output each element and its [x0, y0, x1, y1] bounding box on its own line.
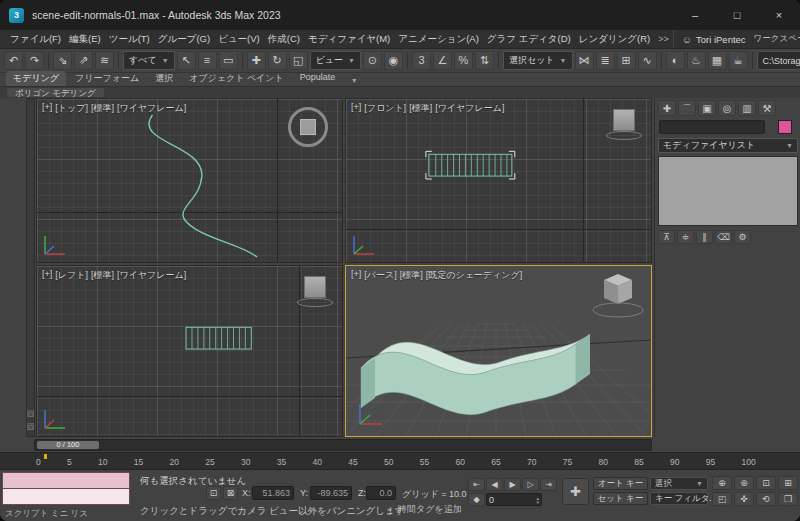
add-time-tag[interactable]: 時間タグを追加	[398, 503, 462, 516]
ribbon-collapse-icon[interactable]: ▾	[348, 75, 360, 86]
polygon-modeling-panel[interactable]: ポリゴン モデリング	[6, 87, 105, 98]
viewport-label-part[interactable]: [レフト]	[55, 269, 88, 282]
configure-modifier-sets-icon[interactable]: ⚙	[734, 230, 751, 244]
select-and-manipulate-icon[interactable]: ◉	[384, 51, 403, 70]
x-coordinate-field[interactable]: 51.863	[252, 486, 294, 500]
zoom-extents-all-icon[interactable]: ⊞	[778, 476, 798, 490]
y-coordinate-field[interactable]: -89.635	[310, 486, 352, 500]
redo-icon[interactable]: ↷	[25, 51, 44, 70]
use-pivot-center-icon[interactable]: ⊙	[363, 51, 382, 70]
viewcube[interactable]	[288, 107, 328, 147]
viewport-label-part[interactable]: [ワイヤフレーム]	[117, 102, 186, 115]
auto-key-button[interactable]: オート キー	[593, 477, 648, 490]
curve-editor-icon[interactable]: ∿	[638, 51, 657, 70]
utilities-tab-icon[interactable]: ⚒	[758, 100, 776, 116]
go-to-start-icon[interactable]: ⇤	[468, 478, 485, 491]
viewport-left[interactable]: [+][レフト][標準][ワイヤフレーム]	[36, 265, 343, 437]
bind-to-space-warp-icon[interactable]: ≋	[95, 51, 114, 70]
zoom-extents-icon[interactable]: ⊡	[756, 476, 776, 490]
render-setup-icon[interactable]: ♨	[687, 51, 706, 70]
layer-manager-icon[interactable]: ⊞	[617, 51, 636, 70]
select-and-link-icon[interactable]: ⇘	[53, 51, 72, 70]
ribbon-tab-populate[interactable]: Populate	[293, 71, 343, 86]
viewport-label-part[interactable]: [パース]	[364, 269, 396, 282]
create-tab-icon[interactable]: ✚	[658, 100, 676, 116]
make-unique-icon[interactable]: ∥	[696, 230, 713, 244]
object-color-swatch[interactable]	[778, 120, 792, 134]
spinner-down-icon[interactable]: ▾	[536, 500, 539, 504]
modifier-list-dropdown[interactable]: モディファイヤリスト ▼	[658, 138, 798, 153]
close-button[interactable]: ×	[758, 0, 800, 30]
spinner-snap-icon[interactable]: ⇅	[475, 51, 494, 70]
viewport-label-part[interactable]: [フロント]	[364, 102, 406, 115]
viewport-label-part[interactable]: [+]	[42, 102, 52, 115]
viewport-label-part[interactable]: [標準]	[400, 269, 423, 282]
viewport-label-part[interactable]: [標準]	[91, 269, 114, 282]
time-slider-handle[interactable]: 0 / 100	[37, 441, 99, 449]
zoom-region-icon[interactable]: ◰	[712, 492, 732, 506]
ribbon-tab-modeling[interactable]: モデリング	[6, 71, 66, 86]
menu-item[interactable]: グラフ エディタ(D)	[483, 33, 575, 46]
motion-tab-icon[interactable]: ◎	[718, 100, 736, 116]
select-and-scale-icon[interactable]: ◱	[289, 51, 308, 70]
maximize-viewport-icon[interactable]: ❒	[778, 492, 798, 506]
viewport-top[interactable]: [+][トップ][標準][ワイヤフレーム]	[36, 98, 343, 263]
viewport-label-part[interactable]: [+]	[42, 269, 52, 282]
select-and-move-icon[interactable]: ✚	[247, 51, 266, 70]
select-object-icon[interactable]: ↖	[177, 51, 196, 70]
signin-user[interactable]: ☺ Tori iPentec	[673, 30, 754, 48]
angle-snap-icon[interactable]: ∠	[433, 51, 452, 70]
render-icon[interactable]: ☕	[729, 51, 748, 70]
previous-frame-icon[interactable]: ◀	[486, 478, 503, 491]
ribbon-tab-object-paint[interactable]: オブジェクト ペイント	[182, 71, 291, 86]
selection-filter-dropdown[interactable]: すべて ▼	[123, 51, 175, 70]
rectangular-region-icon[interactable]: ▭	[219, 51, 238, 70]
set-keys-button[interactable]: ✚	[562, 478, 589, 505]
z-coordinate-field[interactable]: 0.0	[366, 486, 396, 500]
app-icon[interactable]: 3	[9, 8, 24, 23]
viewport-layout-tab1-icon[interactable]: ▢	[27, 410, 34, 417]
viewport-perspective-active[interactable]: [+][パース][標準][既定のシェーディング]	[345, 265, 652, 437]
play-icon[interactable]: ▶	[504, 478, 521, 491]
menu-item[interactable]: モディファイヤ(M)	[304, 33, 394, 46]
pan-icon[interactable]: ✜	[734, 492, 754, 506]
unlink-selection-icon[interactable]: ⇗	[74, 51, 93, 70]
object-name-field[interactable]	[659, 120, 765, 134]
snap-toggle-3d-icon[interactable]: 3	[412, 51, 431, 70]
viewport-label-part[interactable]: [標準]	[409, 102, 432, 115]
key-selection-dropdown[interactable]: 選択 ▼	[650, 477, 708, 490]
viewport-label-part[interactable]: [標準]	[91, 102, 114, 115]
select-and-rotate-icon[interactable]: ↻	[268, 51, 287, 70]
go-to-end-icon[interactable]: ⇥	[540, 478, 557, 491]
viewport-label-part[interactable]: [+]	[351, 102, 361, 115]
viewport-label-part[interactable]: [ワイヤフレーム]	[435, 102, 504, 115]
zoom-icon[interactable]: ⊕	[712, 476, 732, 490]
macro-recorder-field[interactable]	[2, 472, 130, 489]
maximize-button[interactable]: □	[716, 0, 758, 30]
isolate-selection-icon[interactable]: ⊡	[206, 486, 221, 500]
viewport-layout-tab2-icon[interactable]: ▢	[27, 423, 34, 430]
remove-modifier-icon[interactable]: ⌫	[715, 230, 732, 244]
key-filters-button[interactable]: キー フィルタ...	[650, 492, 708, 505]
pin-stack-icon[interactable]: ⊼	[658, 230, 675, 244]
viewcube[interactable]	[613, 109, 635, 131]
ribbon-tab-freeform[interactable]: フリーフォーム	[68, 71, 146, 86]
show-end-result-icon[interactable]: ≑	[677, 230, 694, 244]
viewport-front[interactable]: [+][フロント][標準][ワイヤフレーム]	[345, 98, 652, 263]
orbit-icon[interactable]: ⟲	[756, 492, 776, 506]
time-slider-track[interactable]: 0 / 100	[34, 439, 652, 451]
menu-overflow-icon[interactable]: >>	[654, 34, 673, 44]
key-mode-toggle-icon[interactable]: ◆	[468, 493, 485, 506]
minimize-button[interactable]: –	[674, 0, 716, 30]
menu-item[interactable]: ファイル(F)	[6, 33, 65, 46]
reference-coordinate-dropdown[interactable]: ビュー ▼	[310, 51, 361, 70]
menu-item[interactable]: レンダリング(R)	[575, 33, 655, 46]
current-frame-field[interactable]: 0 ▴ ▾	[486, 493, 542, 506]
project-folder-combo[interactable]: C:\Storage\P...dsMax Project ▼	[757, 51, 800, 70]
menu-item[interactable]: 編集(E)	[65, 33, 105, 46]
display-tab-icon[interactable]: ▥	[738, 100, 756, 116]
menu-item[interactable]: 作成(C)	[264, 33, 304, 46]
viewcube[interactable]	[304, 276, 326, 298]
menu-item[interactable]: ビュー(V)	[214, 33, 264, 46]
hierarchy-tab-icon[interactable]: ▣	[698, 100, 716, 116]
